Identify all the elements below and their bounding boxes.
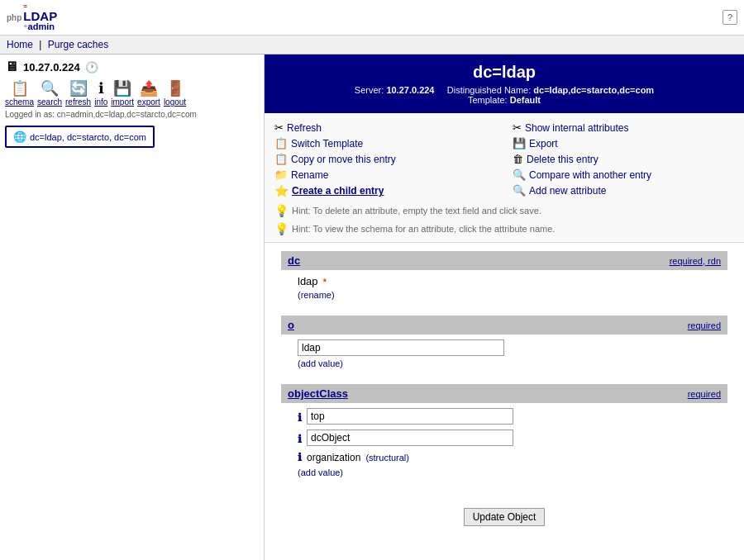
search-tool[interactable]: 🔍 search [37,79,62,107]
create-child-action[interactable]: ⭐ Create a child entry [274,183,496,199]
hint-bullet-2: 💡 [274,222,289,235]
import-tool[interactable]: 💾 import [111,79,134,107]
help-icon[interactable]: ? [723,10,737,25]
nav-separator: | [39,39,41,50]
update-section: Update Object [281,493,727,534]
server-header: 🖥 10.27.0.224 🕐 [5,59,259,74]
attr-objectclass-name[interactable]: objectClass [288,387,348,400]
attr-objectclass-top-input[interactable] [307,408,513,425]
attr-o-required: required [688,320,721,330]
action-bar: ✂ Refresh 📋 Switch Template 📋 Copy or mo… [265,113,744,243]
action-col-left: ✂ Refresh 📋 Switch Template 📋 Copy or mo… [274,120,496,199]
attr-o-body: (add value) [281,335,727,374]
attr-o-add-value-link[interactable]: (add value) [298,358,343,368]
objectclass-row-top: ℹ [298,408,711,426]
server-ip: 10.27.0.224 [23,61,80,74]
update-object-button[interactable]: Update Object [464,508,546,526]
export-icon: 💾 [513,137,526,149]
objectclass-row-dcobject: ℹ [298,429,711,448]
attr-dc-required: required, rdn [670,256,721,266]
compare-icon: 🔍 [513,168,526,181]
objectclass-row-organization: ℹ organization (structural) [298,451,711,463]
refresh-icon: ✂ [274,121,284,134]
attr-objectclass-section: objectClass required ℹ ℹ ℹ organization [281,384,727,483]
rename-action[interactable]: 📁 Rename [274,167,496,183]
attr-dc-name[interactable]: dc [288,254,300,267]
tree-globe-icon: 🌐 [13,131,26,143]
attr-o-input[interactable] [298,339,504,356]
dc-title: dc=ldap [273,63,736,82]
dc-header: dc=ldap Server: 10.27.0.224 Distinguishe… [265,55,744,113]
navbar: Home | Purge caches [0,36,744,55]
attr-dc-rename-link[interactable]: (rename) [298,290,335,300]
switch-template-action[interactable]: 📋 Switch Template [274,135,496,151]
tree-entry[interactable]: 🌐 dc=ldap, dc=starcto, dc=com [5,126,155,148]
show-internal-action[interactable]: ✂ Show internal attributes [513,120,734,135]
attr-objectclass-organization-value: organization [307,452,360,463]
delete-entry-action[interactable]: 🗑 Delete this entry [513,151,734,167]
server-value: 10.27.0.224 [386,85,434,95]
action-grid: ✂ Refresh 📋 Switch Template 📋 Copy or mo… [274,120,734,199]
delete-icon: 🗑 [513,153,523,165]
attr-objectclass-required: required [688,389,721,399]
info-icon-dcobject[interactable]: ℹ [298,433,302,445]
dn-value: dc=ldap,dc=starcto,dc=com [533,85,654,95]
star-icon: ⭐ [274,184,289,197]
copy-move-action[interactable]: 📋 Copy or move this entry [274,151,496,167]
compare-action[interactable]: 🔍 Compare with another entry [513,167,734,183]
attr-dc-body: ldap * (rename) [281,270,727,306]
logo-ldap: LDAP [23,10,57,22]
attr-dc-header: dc required, rdn [281,251,727,270]
structural-link[interactable]: (structural) [365,453,409,463]
logout-tool[interactable]: 🚪 logout [164,79,186,107]
info-icon-top[interactable]: ℹ [298,411,302,424]
server-label: Server: [355,85,384,95]
info-tool[interactable]: ℹ info [94,79,107,107]
sidebar: 🖥 10.27.0.224 🕐 📋 schema 🔍 search 🔄 refr… [0,55,265,560]
hint-1: 💡 Hint: To delete an attribute, empty th… [274,204,734,217]
rename-icon: 📁 [274,168,288,181]
attr-objectclass-header: objectClass required [281,384,727,403]
header: php = LDAP + admin ? [0,0,744,36]
hint-bullet-1: 💡 [274,204,289,217]
attr-objectclass-add-value-link[interactable]: (add value) [298,467,343,477]
logo-admin: admin [28,22,55,31]
action-col-right: ✂ Show internal attributes 💾 Export 🗑 De… [513,120,734,199]
switch-template-icon: 📋 [274,137,288,149]
server-screen-icon: 🖥 [5,59,18,74]
main-layout: 🖥 10.27.0.224 🕐 📋 schema 🔍 search 🔄 refr… [0,55,744,560]
attr-o-section: o required (add value) [281,316,727,374]
tree-entry-label: dc=ldap, dc=starcto, dc=com [30,132,146,142]
attr-o-name[interactable]: o [288,319,294,331]
copy-move-icon: 📋 [274,153,288,165]
logo-php: php [7,13,21,22]
template-label: Template: [468,95,508,105]
refresh-action[interactable]: ✂ Refresh [274,120,496,135]
add-attribute-action[interactable]: 🔍 Add new attribute [513,183,734,198]
attr-o-header: o required [281,316,727,335]
home-link[interactable]: Home [7,39,33,50]
attributes-section: dc required, rdn ldap * (rename) o requi… [265,243,744,543]
show-internal-icon: ✂ [513,121,522,134]
clock-icon: 🕐 [85,61,98,74]
purge-caches-link[interactable]: Purge caches [48,39,108,50]
content-panel: dc=ldap Server: 10.27.0.224 Distinguishe… [265,55,744,560]
info-icon-organization[interactable]: ℹ [298,451,302,463]
logo: php = LDAP + admin [7,3,57,31]
export-action[interactable]: 💾 Export [513,135,734,151]
server-tools: 📋 schema 🔍 search 🔄 refresh ℹ info 💾 imp… [5,79,259,107]
dn-label: Distinguished Name: [447,85,532,95]
attr-dc-value: ldap [298,275,318,287]
add-attribute-icon: 🔍 [513,184,526,197]
template-value: Default [510,95,541,105]
hint-2: 💡 Hint: To view the schema for an attrib… [274,222,734,235]
attr-objectclass-dcobject-input[interactable] [307,429,513,446]
logged-in-text: Logged in as: cn=admin,dc=ldap,dc=starct… [5,110,259,119]
attr-dc-asterisk: * [323,277,327,288]
schema-tool[interactable]: 📋 schema [5,79,34,107]
attr-objectclass-body: ℹ ℹ ℹ organization (structural) (add val… [281,403,727,483]
attr-dc-section: dc required, rdn ldap * (rename) [281,251,727,306]
export-tool[interactable]: 📤 export [137,79,160,107]
dc-info: Server: 10.27.0.224 Distinguished Name: … [273,85,736,105]
refresh-tool[interactable]: 🔄 refresh [65,79,91,107]
